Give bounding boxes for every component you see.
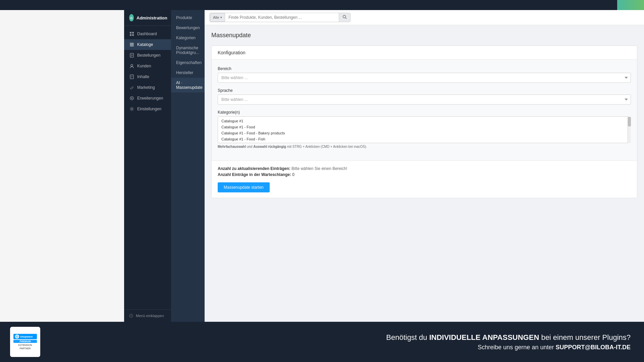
banner-line1: Benötigst du INDIVIDUELLE ANPASSUNGEN be… <box>40 333 631 342</box>
banner-text: Benötigst du INDIVIDUELLE ANPASSUNGEN be… <box>40 333 644 351</box>
shopware-label: shopware <box>20 335 33 338</box>
submenu-item-produkte[interactable]: Produkte <box>171 13 205 23</box>
info-section: Anzahl zu aktualisierenden Einträgen: Bi… <box>212 161 637 198</box>
sidebar: G Administration Dashboard Kataloge Best… <box>124 10 171 322</box>
banner-line2: Schreibe uns gerne an unter SUPPORT@BILO… <box>40 344 631 351</box>
sidebar-item-einstellungen[interactable]: Einstellungen <box>124 104 171 114</box>
svg-text:G: G <box>130 16 132 20</box>
svg-rect-7 <box>130 44 134 45</box>
search-prefix-button[interactable]: Alle ▾ <box>210 13 225 22</box>
page-content: Massenupdate Konfiguration Bereich Bitte… <box>205 25 644 205</box>
svg-rect-3 <box>132 32 134 34</box>
sidebar-item-erweiterungen[interactable]: Erweiterungen <box>124 93 171 104</box>
sidebar-footer: Menü einklappen <box>124 309 171 322</box>
erweiterungen-icon <box>129 96 135 101</box>
collapse-menu-button[interactable]: Menü einklappen <box>129 314 166 318</box>
svg-rect-6 <box>130 43 134 44</box>
config-card-header: Konfiguration <box>212 46 637 60</box>
category-item-2[interactable]: Catalogue #1 - Food - Bakery products <box>218 130 631 136</box>
category-item-0[interactable]: Catalogue #1 <box>218 118 631 124</box>
category-list[interactable]: Catalogue #1 Catalogue #1 - Food Catalog… <box>218 116 631 143</box>
banner-line1-suffix: bei einem unserer Plugins? <box>539 333 631 342</box>
submenu-item-hersteller[interactable]: Hersteller <box>171 68 205 78</box>
warteschlange-label: Anzahl Einträge in der Warteschlange: <box>218 172 291 177</box>
submenu-item-ai-massenupdate[interactable]: AI · Massenupdate <box>171 78 205 93</box>
bereich-label: Bereich <box>218 66 631 71</box>
bottom-banner: shopware PREMIUM EXTENSION PARTNER Benöt… <box>0 322 644 362</box>
bereich-group: Bereich Bitte wählen ... <box>218 66 631 83</box>
sprache-group: Sprache Bitte wählen ... <box>218 88 631 105</box>
sidebar-item-kataloge[interactable]: Kataloge <box>124 39 171 50</box>
header-bar: Alle ▾ <box>205 10 644 25</box>
sprache-select[interactable]: Bitte wählen ... <box>218 95 631 105</box>
svg-point-21 <box>343 15 346 18</box>
anzahl-value: Bitte wählen Sie einen Bereich! <box>291 166 347 171</box>
content-area: Alle ▾ Massenupdate Konfiguration Bereic… <box>205 10 644 322</box>
config-card: Konfiguration Bereich Bitte wählen ... S… <box>211 46 637 198</box>
app-title: Administration <box>137 15 167 20</box>
banner-line1-prefix: Benötigst du <box>386 333 429 342</box>
sidebar-item-inhalte-label: Inhalte <box>137 74 149 79</box>
category-hint: Mehrfachauswahl und Auswahl rückgängig m… <box>218 145 631 148</box>
submenu-item-kategorien[interactable]: Kategorien <box>171 33 205 43</box>
banner-line1-bold: INDIVIDUELLE ANPASSUNGEN <box>429 333 539 342</box>
search-input[interactable] <box>225 13 339 22</box>
inhalte-icon <box>129 74 135 79</box>
svg-rect-4 <box>130 34 131 36</box>
category-item-4[interactable]: Catalogue #1 - Food - Sweets <box>218 142 631 143</box>
svg-point-20 <box>129 314 133 317</box>
sidebar-item-marketing-label: Marketing <box>137 85 155 90</box>
config-card-body: Bereich Bitte wählen ... Sprache Bitte w… <box>212 60 637 161</box>
scrollbar-thumb <box>628 117 631 126</box>
kategorien-group: Kategorie(n) Catalogue #1 Catalogue #1 -… <box>218 110 631 148</box>
search-prefix-label: Alle <box>213 15 219 19</box>
app-logo: G <box>129 14 134 21</box>
scrollbar[interactable] <box>628 116 631 143</box>
submenu-item-bewertungen[interactable]: Bewertungen <box>171 23 205 33</box>
sidebar-header: G Administration <box>124 10 171 26</box>
submenu: Produkte Bewertungen Kategorien Dynamisc… <box>171 10 205 322</box>
sidebar-nav: Dashboard Kataloge Bestellungen Kunden I… <box>124 26 171 309</box>
sidebar-item-kunden[interactable]: Kunden <box>124 61 171 71</box>
extension-partner-label: EXTENSION PARTNER <box>18 344 32 350</box>
sidebar-item-inhalte[interactable]: Inhalte <box>124 71 171 82</box>
premium-badge: PREMIUM <box>13 340 37 343</box>
sidebar-item-einstellungen-label: Einstellungen <box>137 107 161 111</box>
anzahl-info-row: Anzahl zu aktualisierenden Einträgen: Bi… <box>218 166 631 171</box>
search-icon <box>342 15 347 19</box>
submenu-item-eigenschaften[interactable]: Eigenschaften <box>171 58 205 68</box>
search-button[interactable] <box>339 13 350 22</box>
sidebar-item-dashboard[interactable]: Dashboard <box>124 28 171 39</box>
submenu-item-dynamische[interactable]: Dynamische Produktgru... <box>171 43 205 58</box>
marketing-icon <box>129 85 135 90</box>
massenupdate-start-button[interactable]: Massenupdate starten <box>218 182 270 192</box>
collapse-label: Menü einklappen <box>136 314 164 318</box>
sidebar-item-kataloge-label: Kataloge <box>137 42 153 47</box>
warteschlange-info-row: Anzahl Einträge in der Warteschlange: 0 <box>218 172 631 177</box>
einstellungen-icon <box>129 106 135 112</box>
kunden-icon <box>129 63 135 69</box>
banner-line2-bold: SUPPORT@BILOBA-IT.DE <box>555 344 631 351</box>
warteschlange-value: 0 <box>292 172 294 177</box>
bereich-select[interactable]: Bitte wählen ... <box>218 73 631 83</box>
svg-point-19 <box>131 108 133 110</box>
sidebar-item-bestellungen-label: Bestellungen <box>137 53 160 58</box>
top-bar-accent <box>617 0 644 10</box>
sidebar-item-marketing[interactable]: Marketing <box>124 82 171 93</box>
sidebar-item-bestellungen[interactable]: Bestellungen <box>124 50 171 61</box>
bestellungen-icon <box>129 53 135 58</box>
kategorien-label: Kategorie(n) <box>218 110 631 115</box>
category-item-1[interactable]: Catalogue #1 - Food <box>218 124 631 130</box>
svg-rect-2 <box>130 32 131 34</box>
hint-suffix: mit STRG + Anklicken (CMD + Anklicken be… <box>286 145 367 148</box>
svg-line-22 <box>345 18 346 19</box>
partner-badge: shopware PREMIUM EXTENSION PARTNER <box>10 327 40 357</box>
dashboard-icon <box>129 31 135 37</box>
sidebar-item-dashboard-label: Dashboard <box>137 32 157 36</box>
kataloge-icon <box>129 42 135 47</box>
sprache-label: Sprache <box>218 88 631 93</box>
sidebar-item-erweiterungen-label: Erweiterungen <box>137 96 163 101</box>
category-item-3[interactable]: Catalogue #1 - Food - Fish <box>218 136 631 142</box>
anzahl-label: Anzahl zu aktualisierenden Einträgen: <box>218 166 290 171</box>
banner-line2-prefix: Schreibe uns gerne an unter <box>478 344 555 351</box>
